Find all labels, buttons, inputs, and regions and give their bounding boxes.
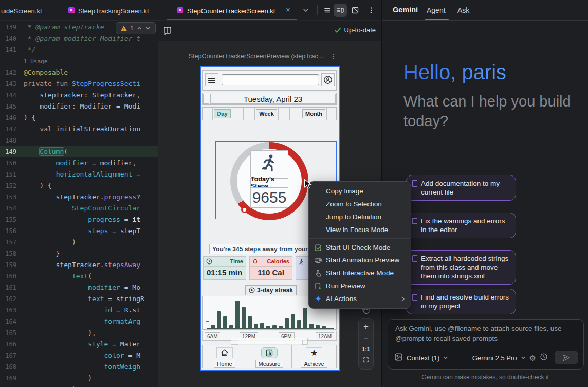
attach-image-icon[interactable] <box>394 353 403 363</box>
tab-list-chevron-icon[interactable] <box>302 7 309 16</box>
context-menu-item[interactable]: Jump to Definition <box>309 210 411 223</box>
inspections-widget[interactable]: 1 <box>116 22 156 34</box>
gemini-suggestion-card[interactable]: Find and resolve build errors in my proj… <box>406 289 516 314</box>
steps-away-message: You're 345 steps away from your <box>209 244 314 254</box>
history-clock-icon[interactable] <box>540 353 548 363</box>
code-line: 164 formatArg <box>0 316 158 327</box>
check-icon <box>334 27 341 33</box>
menu-item-label: AI Actions <box>326 295 357 303</box>
context-menu-item[interactable]: Run Preview <box>309 279 411 292</box>
next-warning-icon[interactable] <box>145 25 151 31</box>
chart-bar <box>235 301 240 329</box>
tab-ask[interactable]: Ask <box>457 6 469 14</box>
code-line: 148 <box>0 135 158 146</box>
code-line: 161 modifier = Mo <box>0 282 158 293</box>
profile-avatar-icon <box>321 73 335 86</box>
steps-value: 9655 <box>250 187 288 208</box>
gemini-header: Gemini Agent Ask <box>382 0 588 21</box>
blank-icon <box>314 200 322 208</box>
context-menu-item[interactable]: View in Focus Mode <box>309 223 411 236</box>
code-line: 1 Usage <box>0 56 158 67</box>
divider <box>317 5 318 15</box>
chart-bar <box>217 311 221 329</box>
warning-icon <box>120 25 127 32</box>
gemini-suggestion-card[interactable]: Fix the warnings and errors in the edito… <box>406 213 516 238</box>
code-line: 140 * @param modifier Modifier t <box>0 33 158 44</box>
tab-label: SleepTrackingScreen.kt <box>78 7 149 15</box>
context-menu-item[interactable]: Start Animation Preview <box>309 254 411 267</box>
date-label: Tuesday, April 23 <box>210 94 336 104</box>
preview-options-kebab-icon[interactable] <box>330 52 336 62</box>
settings-gear-icon[interactable]: ⚙ <box>529 354 536 362</box>
bottom-navigation: Home Measure ★ Achieve <box>202 345 337 368</box>
editor-only-layout-icon[interactable] <box>321 4 334 17</box>
gemini-panel: Gemini Agent Ask Hello, paris What can I… <box>381 0 588 387</box>
context-menu-item[interactable]: Start Interactive Mode <box>309 267 411 279</box>
warning-count: 1 <box>130 25 134 32</box>
fit-to-screen-icon[interactable] <box>362 356 370 365</box>
code-line: 145 modifier: Modifier = Modi <box>0 101 158 112</box>
code-line: 156 steps = stepT <box>0 225 158 237</box>
tab-label: StepCounterTrackerScreen.kt <box>187 7 275 15</box>
split-editor-preview-layout-icon[interactable] <box>334 4 347 17</box>
animation-icon <box>314 256 322 265</box>
context-selector[interactable]: Context (1) <box>407 354 439 362</box>
ui-check-icon <box>314 243 322 252</box>
menu-item-label: View in Focus Mode <box>326 226 388 234</box>
gemini-suggestion-card[interactable]: Add documentation to my current file <box>406 175 516 201</box>
calories-stat-card: Calories 110 Cal <box>249 256 292 280</box>
period-tabs: Day Week Month <box>202 107 337 120</box>
context-menu-item[interactable]: Copy Image <box>309 185 411 198</box>
code-line: 142@Composable <box>0 67 158 78</box>
gemini-suggestion-card[interactable]: Extract all hardcoded strings from this … <box>406 250 516 285</box>
tab-guidescreen[interactable]: uideScreen.kt <box>1 6 42 15</box>
context-menu-item[interactable]: Zoom to Selection <box>309 198 411 210</box>
menu-item-label: Copy Image <box>326 187 363 195</box>
prompt-icon <box>412 294 417 301</box>
home-icon <box>216 347 233 358</box>
menu-item-label: Jump to Definition <box>326 213 381 221</box>
build-status-label: Up-to-date <box>344 26 376 34</box>
run-icon <box>314 282 322 290</box>
zoom-in-button[interactable]: + <box>363 322 369 331</box>
tab-sleeptrackingscreen[interactable]: SleepTrackingScreen.kt <box>78 6 149 15</box>
kotlin-file-icon: K <box>68 7 75 13</box>
code-line: 141 */ <box>0 44 158 56</box>
actual-size-button[interactable]: 1:1 <box>362 347 370 353</box>
ai-icon <box>314 295 322 303</box>
close-tab-icon[interactable]: × <box>286 6 290 13</box>
code-line: 169 ) <box>0 373 158 384</box>
ide-window: uideScreen.kt K SleepTrackingScreen.kt K… <box>0 0 588 387</box>
calories-value: 110 Cal <box>250 267 292 277</box>
code-editor[interactable]: 139 * @param stepTracke140 * @param modi… <box>0 21 158 387</box>
previous-warning-icon[interactable] <box>136 25 142 31</box>
chevron-down-icon[interactable] <box>443 355 448 360</box>
more-options-kebab-icon[interactable] <box>364 4 378 17</box>
clock-icon <box>206 258 212 265</box>
code-line: 167 color = M <box>0 350 158 361</box>
gemini-prompt-input[interactable] <box>395 324 576 348</box>
tab-strip-scrollbar[interactable] <box>167 19 297 20</box>
context-menu-item[interactable]: AI Actions <box>309 292 411 305</box>
preview-layout-icon[interactable] <box>163 26 172 37</box>
code-line: 170 ) <box>0 384 158 387</box>
model-selector[interactable]: Gemini 2.5 Pro <box>472 354 517 362</box>
achieve-star-icon: ★ <box>306 347 322 358</box>
preview-only-layout-icon[interactable] <box>348 4 362 17</box>
tab-stepcountertrackerscreen[interactable]: StepCounterTrackerScreen.kt <box>187 6 275 15</box>
blank-icon <box>314 187 322 196</box>
chevron-down-icon[interactable] <box>521 355 526 360</box>
tab-month: Month <box>301 108 327 120</box>
zoom-out-button[interactable]: − <box>363 335 369 343</box>
preview-title[interactable]: StepCounterTrackerScreenPreview (stepTra… <box>184 52 328 60</box>
gemini-input-box[interactable]: Context (1) Gemini 2.5 Pro ⚙ <box>388 319 584 370</box>
code-line: 168 fontWeigh <box>0 361 158 373</box>
tab-week: Week <box>255 108 279 120</box>
send-button[interactable] <box>555 351 578 364</box>
tab-agent[interactable]: Agent <box>427 6 446 14</box>
code-line: 157 ) <box>0 237 158 248</box>
context-menu-item[interactable]: Start UI Check Mode <box>309 241 411 254</box>
preview-toolbar: Up-to-date <box>158 21 382 41</box>
prompt-icon <box>412 218 417 224</box>
suggestion-text: Extract all hardcoded strings from this … <box>421 254 510 280</box>
